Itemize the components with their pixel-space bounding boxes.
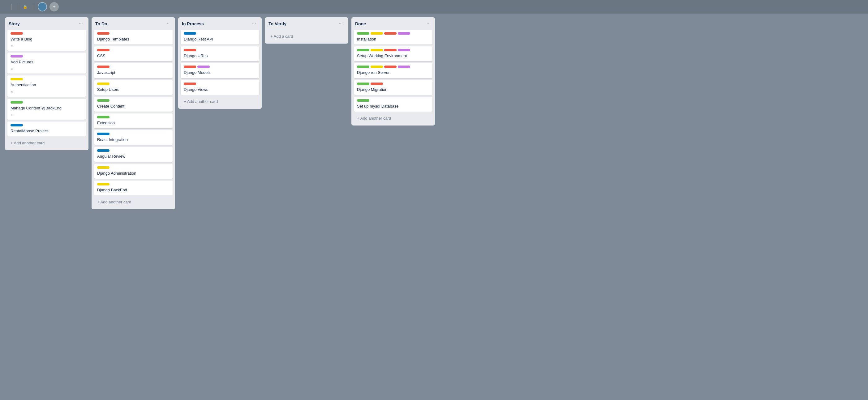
yellow-label [97, 82, 110, 85]
yellow-label [371, 49, 383, 51]
card-labels [97, 149, 169, 152]
card-title: Javascript [97, 70, 169, 75]
card-title: Set up mysql Database [357, 104, 429, 109]
blue-label [184, 32, 196, 35]
card-inprocess-0[interactable]: Django Rest API [181, 30, 259, 44]
card-story-2[interactable]: Authentication≡ [7, 75, 86, 96]
card-title: Extension [97, 120, 169, 126]
card-story-0[interactable]: Write a Blog≡ [7, 30, 86, 51]
card-title: Django Rest API [184, 36, 256, 42]
card-labels [357, 66, 429, 68]
column-story: Story ··· Write a Blog≡Add Pictures≡Auth… [5, 17, 89, 150]
card-title: CSS [97, 53, 169, 59]
card-todo-8[interactable]: Django Administration [94, 164, 173, 179]
card-todo-3[interactable]: Setup Users [94, 80, 173, 95]
red-label [10, 32, 23, 35]
column-menu-toverify[interactable]: ··· [337, 21, 345, 27]
card-labels [184, 49, 256, 51]
red-label [184, 82, 196, 85]
red-label [184, 66, 196, 68]
card-labels [97, 66, 169, 68]
red-label [384, 66, 397, 68]
card-inprocess-3[interactable]: Django Views [181, 80, 259, 95]
column-toverify: To Verify ··· + Add a card [265, 17, 348, 43]
card-todo-0[interactable]: Django Templates [94, 30, 173, 44]
column-menu-done[interactable]: ··· [424, 21, 431, 27]
cards-todo: Django TemplatesCSSJavascriptSetup Users… [92, 30, 175, 195]
card-title: Installation [357, 36, 429, 42]
add-card-done[interactable]: + Add another card [354, 113, 432, 123]
column-title-done: Done [355, 21, 366, 26]
card-title: Django URLs [184, 53, 256, 59]
column-header-inprocess: In Process ··· [178, 17, 262, 30]
card-todo-4[interactable]: Create Content [94, 97, 173, 111]
card-title: RentalMoose Project [10, 128, 83, 134]
card-done-0[interactable]: Installation [354, 30, 432, 44]
card-todo-7[interactable]: Angular Review [94, 147, 173, 162]
card-labels [97, 133, 169, 135]
red-label [371, 82, 383, 85]
blue-label [97, 149, 110, 152]
red-label [184, 49, 196, 51]
card-todo-6[interactable]: React Integration [94, 130, 173, 145]
card-inprocess-2[interactable]: Django Models [181, 63, 259, 78]
column-header-done: Done ··· [351, 17, 435, 30]
column-menu-inprocess[interactable]: ··· [250, 21, 258, 27]
card-labels [184, 32, 256, 35]
column-title-toverify: To Verify [269, 21, 286, 26]
cards-story: Write a Blog≡Add Pictures≡Authentication… [5, 30, 89, 136]
lock-icon: 🔒 [23, 5, 28, 9]
purple-label [398, 32, 410, 35]
card-title: Django BackEnd [97, 187, 169, 193]
column-menu-story[interactable]: ··· [77, 21, 85, 27]
card-labels [10, 124, 83, 126]
card-description-icon: ≡ [10, 44, 83, 48]
card-labels [97, 49, 169, 51]
card-title: Django Administration [97, 171, 169, 176]
yellow-label [10, 78, 23, 80]
card-title: Django Models [184, 70, 256, 75]
red-label [97, 32, 110, 35]
card-done-3[interactable]: Django Migration [354, 80, 432, 95]
card-labels [97, 166, 169, 169]
card-story-3[interactable]: Manage Content @BackEnd≡ [7, 99, 86, 120]
card-labels [184, 82, 256, 85]
share-button[interactable]: + [50, 2, 59, 11]
card-description-icon: ≡ [10, 90, 83, 94]
kanban-board: Story ··· Write a Blog≡Add Pictures≡Auth… [0, 13, 868, 400]
column-inprocess: In Process ··· Django Rest APIDjango URL… [178, 17, 262, 109]
card-todo-2[interactable]: Javascript [94, 63, 173, 78]
card-done-1[interactable]: Setup Working Environment [354, 46, 432, 61]
card-title: Manage Content @BackEnd [10, 105, 83, 111]
avatar[interactable] [38, 2, 47, 11]
card-done-2[interactable]: Django run Server [354, 63, 432, 78]
column-done: Done ··· InstallationSetup Working Envir… [351, 17, 435, 126]
card-todo-5[interactable]: Extension [94, 113, 173, 128]
yellow-label [371, 66, 383, 68]
card-done-4[interactable]: Set up mysql Database [354, 97, 432, 111]
red-label [97, 66, 110, 68]
card-todo-9[interactable]: Django BackEnd [94, 180, 173, 195]
yellow-label [97, 183, 110, 186]
card-todo-1[interactable]: CSS [94, 46, 173, 61]
card-labels [10, 55, 83, 58]
card-story-4[interactable]: RentalMoose Project [7, 122, 86, 136]
add-card-inprocess[interactable]: + Add another card [181, 97, 259, 106]
add-card-story[interactable]: + Add another card [7, 138, 86, 148]
card-labels [357, 99, 429, 102]
column-header-story: Story ··· [5, 17, 89, 30]
card-labels [97, 116, 169, 119]
card-story-1[interactable]: Add Pictures≡ [7, 53, 86, 74]
column-title-story: Story [9, 21, 20, 26]
add-card-todo[interactable]: + Add another card [94, 197, 173, 207]
card-inprocess-1[interactable]: Django URLs [181, 46, 259, 61]
green-label [357, 32, 369, 35]
blue-label [10, 124, 23, 126]
column-header-toverify: To Verify ··· [265, 17, 348, 30]
column-todo: To Do ··· Django TemplatesCSSJavascriptS… [92, 17, 175, 209]
card-title: Add Pictures [10, 59, 83, 65]
column-menu-todo[interactable]: ··· [164, 21, 172, 27]
purple-label [398, 66, 410, 68]
green-label [97, 99, 110, 102]
add-card-toverify[interactable]: + Add a card [267, 32, 346, 41]
